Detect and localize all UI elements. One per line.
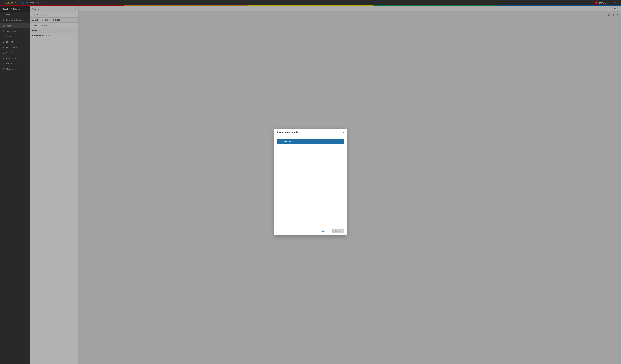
modal-close-button[interactable]: × — [342, 131, 344, 134]
import-csv-label: Import from csv — [282, 140, 295, 142]
modal-overlay: Assign tag to targets × ↑ Import from cs… — [0, 0, 621, 364]
modal-footer: Cancel Assign — [274, 226, 347, 235]
import-icon: ↑ — [280, 140, 281, 142]
modal-header: Assign tag to targets × — [274, 129, 347, 136]
assign-button[interactable]: Assign — [332, 229, 344, 233]
modal-body: ↑ Import from csv — [274, 136, 347, 226]
assign-tag-modal: Assign tag to targets × ↑ Import from cs… — [274, 129, 347, 235]
import-csv-button[interactable]: ↑ Import from csv — [277, 139, 344, 144]
cancel-button[interactable]: Cancel — [319, 229, 331, 233]
modal-title: Assign tag to targets — [277, 131, 298, 133]
